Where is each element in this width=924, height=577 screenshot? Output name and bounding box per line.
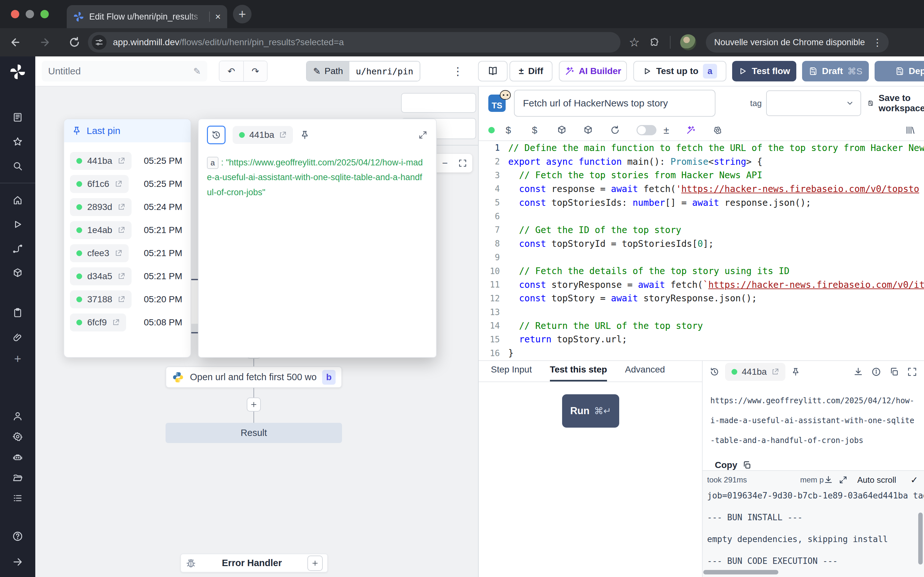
fit-view-icon[interactable]	[459, 159, 467, 167]
diff-icon[interactable]: ±	[664, 124, 669, 136]
flow-title-field[interactable]: Untitled ✎	[42, 61, 207, 81]
sidebar-item-favorites-icon[interactable]	[13, 137, 23, 147]
sidebar-item-workers-robot-icon[interactable]	[13, 452, 23, 462]
external-link-icon[interactable]	[112, 319, 120, 326]
pin-chip[interactable]: 6f1c6	[70, 175, 129, 193]
pin-row[interactable]: 6fcf9 05:08 PM	[70, 311, 185, 334]
reload-icon[interactable]	[610, 125, 620, 135]
pin-history-button[interactable]	[207, 126, 226, 144]
pin-chip[interactable]: 6fcf9	[70, 314, 126, 332]
tab-test-this-step[interactable]: Test this step	[550, 364, 607, 382]
step-name-input[interactable]	[514, 90, 716, 117]
flow-step-node[interactable]: Open url and fetch first 500 words of ..…	[166, 366, 342, 388]
pin-row[interactable]: 6f1c6 05:25 PM	[70, 172, 185, 195]
code-line[interactable]: 11 const storyResponse = await fetch(`ht…	[479, 278, 924, 292]
pin-row[interactable]: 37188 05:20 PM	[70, 288, 185, 311]
tab-advanced[interactable]: Advanced	[625, 364, 665, 382]
sidebar-collapse-arrow-icon[interactable]	[12, 556, 23, 567]
download-icon[interactable]	[824, 475, 833, 484]
expand-icon[interactable]	[838, 475, 848, 484]
sidebar-item-logs-list-icon[interactable]	[13, 493, 23, 503]
code-line[interactable]: 1// Define the main function to fetch th…	[479, 141, 924, 155]
sidebar-item-clipboard-icon[interactable]	[13, 308, 23, 318]
undo-button[interactable]: ↶	[220, 61, 243, 81]
browser-menu-icon[interactable]: ⋮	[871, 37, 884, 48]
sidebar-help-icon[interactable]	[12, 531, 23, 542]
chrome-update-button[interactable]: Nouvelle version de Chrome disponible ⋮	[706, 32, 889, 53]
external-link-icon[interactable]	[771, 368, 779, 376]
code-line[interactable]: 2export async function main(): Promise<s…	[479, 155, 924, 169]
editor-settings-gear-icon[interactable]	[713, 125, 722, 135]
browser-tab[interactable]: Edit Flow u/henri/pin_results ×	[67, 5, 227, 28]
pin-icon[interactable]	[791, 367, 800, 376]
sidebar-add-icon[interactable]: +	[14, 352, 21, 366]
test-up-to-button[interactable]: Test up to a	[633, 61, 726, 81]
canvas-panel-row[interactable]	[401, 93, 476, 113]
code-line[interactable]: 9	[479, 251, 924, 264]
info-icon[interactable]	[871, 367, 881, 377]
insert-step-button[interactable]	[247, 398, 261, 412]
sidebar-item-settings-icon[interactable]	[13, 432, 23, 442]
deploy-button[interactable]: Deploy	[875, 61, 924, 81]
edit-title-pencil-icon[interactable]: ✎	[194, 66, 201, 77]
draft-button[interactable]: Draft ⌘S	[802, 61, 869, 81]
pin-row[interactable]: 2893d 05:24 PM	[70, 195, 185, 219]
back-icon[interactable]	[10, 37, 26, 48]
code-line[interactable]: 16}	[479, 346, 924, 360]
external-link-icon[interactable]	[118, 295, 125, 303]
popup-pin-chip[interactable]: 441ba	[233, 126, 293, 144]
pin-row[interactable]: 1e4ab 05:21 PM	[70, 219, 185, 242]
address-bar[interactable]: app.windmill.dev/flows/edit/u/henri/pin_…	[88, 32, 620, 53]
code-line[interactable]: 4 const response = await fetch('https://…	[479, 182, 924, 196]
copy-result-button[interactable]: Copy	[715, 460, 916, 470]
sidebar-item-search-icon[interactable]	[13, 161, 23, 171]
pin-icon[interactable]	[300, 130, 310, 140]
diff-mode-toggle[interactable]	[636, 125, 656, 135]
external-link-icon[interactable]	[115, 180, 122, 188]
log-panel[interactable]: took 291ms mem peak: 2 Auto scroll ✓ job…	[703, 470, 924, 577]
code-line[interactable]: 3 // Fetch the top stories from Hacker N…	[479, 168, 924, 182]
external-link-icon[interactable]	[118, 203, 125, 211]
code-line[interactable]: 6	[479, 210, 924, 223]
external-link-icon[interactable]	[118, 157, 125, 165]
pin-chip[interactable]: 441ba	[70, 152, 132, 170]
code-line[interactable]: 12 const topStory = await storyResponse.…	[479, 292, 924, 306]
add-error-handler-button[interactable]	[307, 556, 323, 571]
external-link-icon[interactable]	[115, 250, 122, 257]
ai-builder-button[interactable]: AI Builder	[559, 61, 627, 81]
sidebar-item-account-icon[interactable]	[13, 411, 23, 421]
code-line[interactable]: 15 return topStory.url;	[479, 333, 924, 347]
tab-step-input[interactable]: Step Input	[491, 364, 532, 382]
close-window-button[interactable]	[11, 10, 19, 18]
code-line[interactable]: 10 // Fetch the details of the top story…	[479, 264, 924, 278]
zoom-out-icon[interactable]: −	[442, 158, 448, 169]
package-icon[interactable]	[583, 125, 593, 135]
external-link-icon[interactable]	[118, 272, 125, 280]
pin-chip[interactable]: cfee3	[70, 244, 129, 262]
new-tab-button[interactable]: +	[233, 5, 252, 23]
run-button[interactable]: Run ⌘↵	[562, 394, 619, 428]
minimize-window-button[interactable]	[26, 10, 34, 18]
package-icon[interactable]	[557, 125, 567, 135]
copy-icon[interactable]	[889, 367, 899, 377]
tab-close-icon[interactable]: ×	[215, 11, 221, 22]
sidebar-item-folders-icon[interactable]	[13, 472, 23, 483]
bookmark-star-icon[interactable]: ☆	[629, 35, 640, 49]
pin-row[interactable]: d34a5 05:21 PM	[70, 265, 185, 288]
log-horizontal-scrollbar[interactable]	[703, 570, 779, 574]
code-line[interactable]: 7 // Get the ID of the top story	[479, 223, 924, 237]
pin-row[interactable]: cfee3 05:21 PM	[70, 242, 185, 265]
pin-row[interactable]: 441ba 05:25 PM	[70, 149, 185, 172]
library-panel-icon[interactable]	[905, 125, 915, 135]
test-flow-button[interactable]: Test flow	[732, 61, 796, 81]
pin-chip[interactable]: d34a5	[70, 268, 132, 285]
save-to-workspace-button[interactable]: Save to workspace	[867, 93, 924, 113]
redo-button[interactable]: ↷	[243, 61, 267, 81]
sidebar-item-resources-icon[interactable]	[13, 268, 23, 278]
sidebar-item-runs-icon[interactable]	[13, 112, 23, 122]
sidebar-item-runs-play-icon[interactable]	[13, 219, 23, 229]
sidebar-item-home-icon[interactable]	[13, 195, 23, 205]
context-vars-icon[interactable]: $	[532, 125, 537, 135]
path-chip[interactable]: ✎ Path u/henri/pin	[306, 61, 420, 81]
expand-icon[interactable]	[418, 130, 428, 140]
